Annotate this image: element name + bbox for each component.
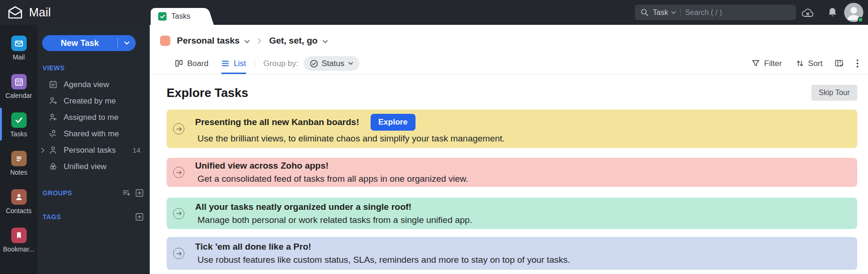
rail-item-label: Mail [13, 53, 25, 61]
card-subtitle: Use robust features like custom status, … [195, 255, 570, 265]
arrow-right-icon[interactable] [173, 167, 184, 178]
bookmarks-icon [11, 228, 27, 243]
customize-columns-icon[interactable] [835, 53, 844, 74]
sidebar-item-label: Unified view [64, 162, 107, 171]
online-status-dot [858, 17, 863, 22]
card-subtitle: Use the brilliant views, to eliminate ch… [195, 133, 505, 144]
chevron-down-icon [671, 11, 676, 15]
arrow-right-icon[interactable] [173, 248, 184, 259]
expand-chevron-icon[interactable] [41, 148, 45, 153]
search-input[interactable] [685, 8, 790, 17]
search-divider [680, 8, 681, 16]
chevron-down-icon [348, 62, 353, 65]
tour-cards: Presenting the all new Kanban boards! Ex… [150, 101, 868, 270]
explore-header: Explore Tasks Skip Tour [150, 74, 868, 101]
sidebar-item-agenda-view[interactable]: Agenda view [37, 76, 150, 93]
sort-label: Sort [808, 59, 823, 68]
rail-item-mail[interactable]: Mail [0, 33, 37, 71]
filter-icon [751, 59, 760, 67]
calendar-icon [11, 74, 27, 89]
skip-tour-button[interactable]: Skip Tour [811, 85, 857, 101]
board-icon [175, 59, 183, 67]
card-subtitle: Get a consolidated feed of tasks from al… [195, 174, 468, 184]
search-bar[interactable]: Task [635, 5, 796, 20]
mail-icon [11, 36, 27, 51]
arrow-right-icon[interactable] [173, 208, 184, 219]
tour-card-single-roof: All your tasks neatly organized under a … [167, 198, 857, 229]
notes-icon [11, 151, 27, 166]
main-content: Personal tasks Get, set, go Board List G… [150, 25, 868, 274]
group-by-label: Group by: [263, 53, 299, 74]
search-scope-dropdown[interactable]: Task [653, 8, 676, 17]
rail-item-contacts[interactable]: Contacts [0, 186, 37, 225]
add-group-icon[interactable] [135, 189, 144, 197]
rail-item-label: Contacts [6, 207, 31, 215]
contacts-icon [11, 189, 27, 205]
chevron-down-icon[interactable] [244, 40, 250, 44]
sidebar-item-unified-view[interactable]: Unified view [37, 158, 150, 175]
personal-tasks-count: 14 [132, 146, 140, 154]
sort-button[interactable]: Sort [796, 53, 823, 74]
sidebar-item-label: Shared with me [64, 129, 119, 139]
tour-card-unified-view: Unified view across Zoho apps! Get a con… [167, 158, 857, 187]
views-list: Agenda view Created by me Assigned to me [37, 76, 150, 175]
tab-tasks[interactable]: Tasks [151, 8, 205, 25]
chevron-down-icon[interactable] [322, 40, 328, 44]
search-icon [641, 8, 649, 16]
views-section-label: VIEWS [43, 64, 150, 72]
add-tag-icon[interactable] [135, 213, 144, 221]
app-rail: Mail Calendar Tasks [0, 25, 37, 274]
person-arrow-in-icon [49, 113, 58, 122]
card-title: Presenting the all new Kanban boards! [195, 117, 359, 127]
toolbar-divider [255, 59, 255, 68]
topbar: Mail Task [0, 0, 868, 25]
filter-button[interactable]: Filter [751, 53, 782, 74]
sidebar-item-created-by-me[interactable]: Created by me [37, 93, 150, 109]
cloud-sync-icon[interactable] [801, 0, 815, 25]
card-title: Tick 'em all done like a Pro! [195, 242, 570, 252]
tasks-check-icon [158, 12, 167, 21]
rail-item-label: Notes [10, 169, 28, 176]
new-task-label[interactable]: New Task [42, 35, 117, 51]
tab-board[interactable]: Board [175, 53, 208, 74]
tab-board-label: Board [187, 59, 208, 68]
notifications-bell-icon[interactable] [828, 0, 837, 25]
sidebar-item-assigned-to-me[interactable]: Assigned to me [37, 109, 150, 126]
more-options-kebab-icon[interactable] [856, 53, 859, 74]
chevron-down-icon [124, 41, 130, 45]
group-by-value: Status [322, 59, 344, 68]
tab-list[interactable]: List [221, 53, 246, 74]
sidebar-item-label: Agenda view [64, 80, 109, 89]
card-subtitle: Manage both personal or work related tas… [195, 215, 472, 225]
list-icon [221, 59, 229, 67]
sort-icon [796, 59, 804, 67]
arrow-right-icon[interactable] [173, 123, 184, 134]
new-task-dropdown[interactable] [118, 35, 136, 51]
list-color-swatch [160, 36, 170, 46]
sidebar-item-label: Assigned to me [64, 113, 118, 122]
rail-item-calendar[interactable]: Calendar [0, 71, 37, 110]
page-title: Explore Tasks [167, 86, 248, 100]
sidebar-item-label: Personal tasks [64, 146, 116, 155]
breadcrumb-list-name[interactable]: Personal tasks [177, 36, 240, 46]
app-logo[interactable]: Mail [7, 0, 51, 25]
sidebar-item-personal-tasks[interactable]: Personal tasks 14 [37, 142, 150, 158]
group-by-status-dropdown[interactable]: Status [304, 56, 359, 71]
rail-item-label: Tasks [10, 130, 27, 138]
card-title: All your tasks neatly organized under a … [195, 202, 472, 212]
rail-item-notes[interactable]: Notes [0, 148, 37, 186]
rail-item-bookmarks[interactable]: Bookmar... [0, 225, 37, 263]
tab-tasks-label: Tasks [171, 12, 190, 21]
new-task-button[interactable]: New Task [42, 35, 136, 51]
sidebar-item-shared-with-me[interactable]: Shared with me [37, 126, 150, 142]
explore-button[interactable]: Explore [371, 114, 416, 131]
sidebar-item-label: Created by me [64, 96, 116, 106]
breadcrumb-view-name[interactable]: Get, set, go [269, 36, 317, 46]
rail-item-tasks[interactable]: Tasks [0, 110, 37, 148]
manage-groups-icon[interactable] [123, 189, 131, 197]
tags-section: TAGS [37, 213, 150, 221]
view-toolbar: Board List Group by: Status Filter [150, 53, 868, 74]
chevron-right-icon [257, 38, 262, 44]
tags-section-label: TAGS [43, 213, 61, 221]
groups-section: GROUPS [37, 189, 150, 197]
